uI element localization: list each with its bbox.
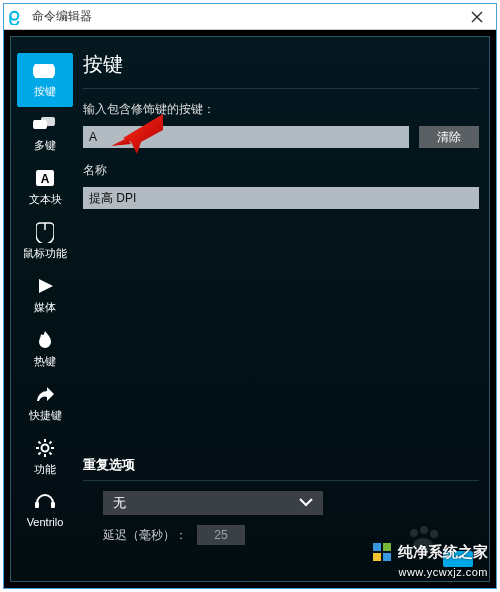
sidebar-item-mouse[interactable]: 鼠标功能 <box>17 215 73 269</box>
name-label: 名称 <box>83 162 479 179</box>
name-input[interactable] <box>83 187 479 209</box>
svg-line-14 <box>39 452 41 454</box>
keystroke-icon <box>31 59 59 81</box>
clear-button[interactable]: 清除 <box>419 126 479 148</box>
app-window: 命令编辑器 按键 多键 A 文本块 <box>3 3 497 589</box>
watermark-brand: 纯净系统之家 <box>398 543 488 562</box>
sidebar-item-ventrilo[interactable]: Ventrilo <box>17 485 73 536</box>
svg-line-11 <box>39 442 41 444</box>
svg-rect-23 <box>373 553 381 561</box>
sidebar-item-label: 按键 <box>34 84 56 99</box>
svg-point-6 <box>42 445 49 452</box>
shortcut-arrow-icon <box>31 383 59 405</box>
svg-point-19 <box>430 530 438 538</box>
repeat-row: 无 <box>83 491 479 515</box>
svg-point-0 <box>10 11 18 19</box>
sidebar-item-label: 快捷键 <box>29 408 62 423</box>
flame-icon <box>31 329 59 351</box>
svg-point-17 <box>410 529 418 537</box>
sidebar: 按键 多键 A 文本块 鼠标功能 <box>15 53 75 536</box>
dropdown-selected: 无 <box>113 494 126 512</box>
content-frame: 按键 多键 A 文本块 鼠标功能 <box>10 36 490 582</box>
key-input[interactable] <box>83 126 409 148</box>
textblock-icon: A <box>31 167 59 189</box>
sidebar-item-label: 文本块 <box>29 192 62 207</box>
sidebar-item-label: 热键 <box>34 354 56 369</box>
svg-line-13 <box>49 442 51 444</box>
page-title: 按键 <box>83 51 479 78</box>
sidebar-item-label: 多键 <box>34 138 56 153</box>
watermark: 纯净系统之家 <box>372 542 488 562</box>
svg-rect-15 <box>35 502 39 508</box>
headset-icon <box>31 491 59 513</box>
sidebar-item-label: Ventrilo <box>27 516 64 528</box>
window-title: 命令编辑器 <box>32 8 462 25</box>
key-input-label: 输入包含修饰键的按键： <box>83 101 479 118</box>
chevron-down-icon <box>299 496 313 510</box>
repeat-dropdown[interactable]: 无 <box>103 491 323 515</box>
svg-rect-22 <box>383 543 391 551</box>
sidebar-item-shortcut[interactable]: 快捷键 <box>17 377 73 431</box>
sidebar-item-media[interactable]: 媒体 <box>17 269 73 323</box>
sidebar-item-hotkey[interactable]: 热键 <box>17 323 73 377</box>
repeat-title: 重复选项 <box>83 456 479 474</box>
divider <box>83 480 479 481</box>
delay-input[interactable] <box>197 525 245 545</box>
sidebar-item-textblock[interactable]: A 文本块 <box>17 161 73 215</box>
key-input-row: 清除 <box>83 126 479 148</box>
svg-line-12 <box>49 452 51 454</box>
sidebar-item-function[interactable]: 功能 <box>17 431 73 485</box>
sidebar-item-keystroke[interactable]: 按键 <box>17 53 73 107</box>
sidebar-item-multikey[interactable]: 多键 <box>17 107 73 161</box>
delay-label: 延迟（毫秒）： <box>103 527 187 544</box>
windows-logo-icon <box>372 542 392 562</box>
gear-icon <box>31 437 59 459</box>
sidebar-item-label: 媒体 <box>34 300 56 315</box>
logitech-logo-icon <box>8 8 26 26</box>
media-play-icon <box>31 275 59 297</box>
svg-rect-24 <box>383 553 391 561</box>
titlebar: 命令编辑器 <box>4 4 496 30</box>
svg-text:A: A <box>41 172 50 186</box>
svg-rect-16 <box>51 502 55 508</box>
svg-rect-21 <box>373 543 381 551</box>
mouse-icon <box>31 221 59 243</box>
watermark-url: www.ycwxjz.com <box>398 566 488 578</box>
divider <box>83 88 479 89</box>
sidebar-item-label: 鼠标功能 <box>23 246 67 261</box>
svg-point-18 <box>420 526 428 534</box>
main-panel: 按键 输入包含修饰键的按键： 清除 名称 重复选项 无 <box>83 51 479 571</box>
sidebar-item-label: 功能 <box>34 462 56 477</box>
multikey-icon <box>31 113 59 135</box>
close-button[interactable] <box>462 5 492 29</box>
